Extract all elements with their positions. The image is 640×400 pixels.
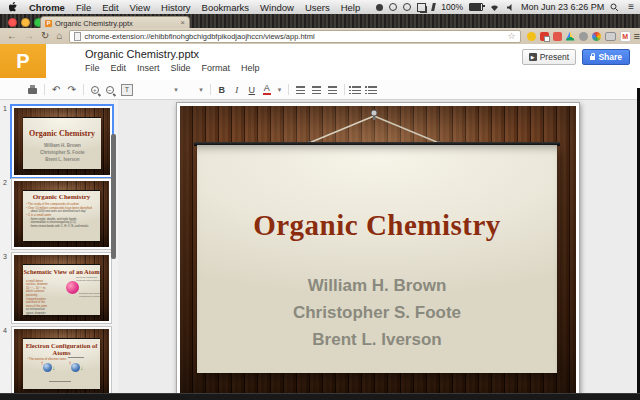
print-icon[interactable] <box>28 88 37 94</box>
back-icon[interactable]: ← <box>7 31 17 41</box>
align-left-icon[interactable] <box>296 86 305 94</box>
italic-button[interactable]: I <box>233 85 241 95</box>
app-menu-format[interactable]: Format <box>202 63 231 73</box>
address-url[interactable]: chrome-extension://ehibbfinohgbchigdbfpi… <box>84 32 504 41</box>
tab-close-icon[interactable]: × <box>180 19 185 27</box>
menubar-item-view[interactable]: View <box>130 2 150 13</box>
author-line: Brent L. Iverson <box>197 326 557 353</box>
app-menu-file[interactable]: File <box>85 63 100 73</box>
text-box-icon[interactable]: T <box>121 84 133 96</box>
bulleted-list-icon[interactable] <box>368 86 377 94</box>
app-content: P Organic Chemistry.pptx File Edit Inser… <box>0 44 640 393</box>
volume-icon[interactable] <box>506 3 515 12</box>
electron-sphere <box>71 363 80 372</box>
browser-toolbar: ← → ↻ ⌂ chrome-extension://ehibbfinohgbc… <box>0 28 640 45</box>
text-color-button[interactable]: A <box>263 84 271 95</box>
spin-up-arrow: ↑ <box>69 360 72 366</box>
thumb3-body: a small dense nucleus, diameter 10⁻¹⁴ – … <box>26 279 68 315</box>
toolbar-separator <box>83 84 84 95</box>
menubar-item-history[interactable]: History <box>161 2 191 13</box>
text-color-chevron-icon[interactable]: ▾ <box>278 86 282 94</box>
present-button[interactable]: ▶ Present <box>522 49 576 65</box>
slide-number: 4 <box>3 327 7 334</box>
extension-icon-6[interactable] <box>592 32 601 41</box>
undo-icon[interactable]: ↶ <box>52 85 60 95</box>
slide-filmstrip: 1 2 3 4 5 Organic Chemistry William H. B… <box>0 100 118 393</box>
align-right-icon[interactable] <box>328 86 337 94</box>
share-button[interactable]: Share <box>582 49 630 65</box>
menubar-item-help[interactable]: Help <box>341 2 361 13</box>
extension-icon-1[interactable] <box>527 32 536 41</box>
clock-status-icon[interactable] <box>403 3 411 11</box>
slide-authors[interactable]: William H. Brown Christopher S. Foote Br… <box>197 272 557 353</box>
slide-thumbnail-1[interactable]: Organic Chemistry William H. Brown Chris… <box>10 104 114 179</box>
battery-icon[interactable] <box>469 3 483 11</box>
reload-icon[interactable]: ↻ <box>41 31 49 41</box>
wifi-icon[interactable] <box>489 3 500 12</box>
menubar-item-file[interactable]: File <box>76 2 91 13</box>
filmstrip-scrollbar[interactable] <box>111 134 116 259</box>
bullet-line: forms strong bonds with C, H, O, N, and … <box>26 224 101 228</box>
app-menu-insert[interactable]: Insert <box>137 63 160 73</box>
gmail-icon[interactable]: M <box>620 31 631 42</box>
slide-thumbnail-4[interactable]: Electron Configuration of Atoms The pair… <box>11 326 112 393</box>
author-line: William H. Brown <box>197 272 557 299</box>
caption-line <box>68 357 84 358</box>
spin-down-arrow: ↓ <box>52 365 55 371</box>
document-title[interactable]: Organic Chemistry.pptx <box>85 48 199 60</box>
extension-icon-2[interactable] <box>540 32 549 41</box>
notification-center-icon[interactable]: ≡ <box>628 2 634 12</box>
numbered-list-icon[interactable] <box>352 86 361 94</box>
bluetooth-icon[interactable] <box>431 3 436 11</box>
thumb2-bullets: The study of the compounds of carbon Ove… <box>26 202 101 228</box>
bullet-line: The study of the compounds of carbon <box>26 202 101 206</box>
bullet-line: C is a small atom <box>26 213 101 217</box>
google-drive-icon[interactable] <box>566 32 575 41</box>
menubar-item-bookmarks[interactable]: Bookmarks <box>202 2 250 13</box>
screenshare-icon[interactable] <box>605 32 616 41</box>
zoom-out-icon[interactable]: − <box>106 86 114 94</box>
extension-icon-3[interactable] <box>553 32 562 41</box>
thumb4-bullets: The pairing of electron spins <box>27 357 101 361</box>
slide-thumbnail-2[interactable]: Organic Chemistry The study of the compo… <box>11 178 112 250</box>
menubar-item-edit[interactable]: Edit <box>102 2 118 13</box>
electron-sphere <box>43 363 52 372</box>
address-bar[interactable]: chrome-extension://ehibbfinohgbchigdbfpi… <box>69 30 520 43</box>
current-slide[interactable]: Organic Chemistry William H. Brown Chris… <box>176 102 580 398</box>
displays-icon[interactable] <box>417 3 426 12</box>
bookmark-star-icon[interactable]: ☆ <box>508 32 516 41</box>
spotlight-icon[interactable] <box>610 3 619 12</box>
menubar-item-chrome[interactable]: Chrome <box>29 2 65 13</box>
slide-poster: Organic Chemistry William H. Brown Chris… <box>197 145 557 373</box>
extension-icon-5[interactable] <box>579 32 588 41</box>
slide-thumbnail-3[interactable]: Schematic View of an Atom a small dense … <box>11 252 112 324</box>
caption-line <box>49 381 71 382</box>
font-family-dropdown[interactable]: ▾ <box>140 84 178 96</box>
bold-button[interactable]: B <box>218 85 226 95</box>
notification-status-icon[interactable] <box>389 3 397 11</box>
app-menu-edit[interactable]: Edit <box>111 63 127 73</box>
menubar-status-area: 100% Mon Jun 23 6:26 PM ≡ <box>376 0 634 14</box>
app-menu-slide[interactable]: Slide <box>171 63 191 73</box>
align-center-icon[interactable] <box>312 86 321 94</box>
window-close-button[interactable] <box>8 18 17 27</box>
backup-status-icon[interactable] <box>376 4 383 11</box>
apple-menu-icon[interactable] <box>9 2 18 13</box>
menubar-item-users[interactable]: Users <box>305 2 330 13</box>
forward-icon[interactable]: → <box>24 31 34 41</box>
font-size-dropdown[interactable]: ▾ <box>185 84 203 96</box>
menubar-clock[interactable]: Mon Jun 23 6:26 PM <box>521 2 604 12</box>
home-icon[interactable]: ⌂ <box>56 31 62 41</box>
redo-icon[interactable]: ↷ <box>67 85 75 95</box>
chrome-menu-icon[interactable]: ≡ <box>634 31 640 42</box>
menubar-item-window[interactable]: Window <box>260 2 294 13</box>
thumbnail-poster: Schematic View of an Atom a small dense … <box>23 264 101 315</box>
window-controls <box>8 18 43 27</box>
thumb1-title: Organic Chemistry <box>23 129 102 138</box>
zoom-in-icon[interactable]: + <box>91 86 99 94</box>
slide-title[interactable]: Organic Chemistry <box>197 209 557 242</box>
app-menu-help[interactable]: Help <box>241 63 260 73</box>
slides-app-logo[interactable]: P <box>0 44 46 78</box>
underline-button[interactable]: U <box>248 85 256 95</box>
window-minimize-button[interactable] <box>21 18 30 27</box>
